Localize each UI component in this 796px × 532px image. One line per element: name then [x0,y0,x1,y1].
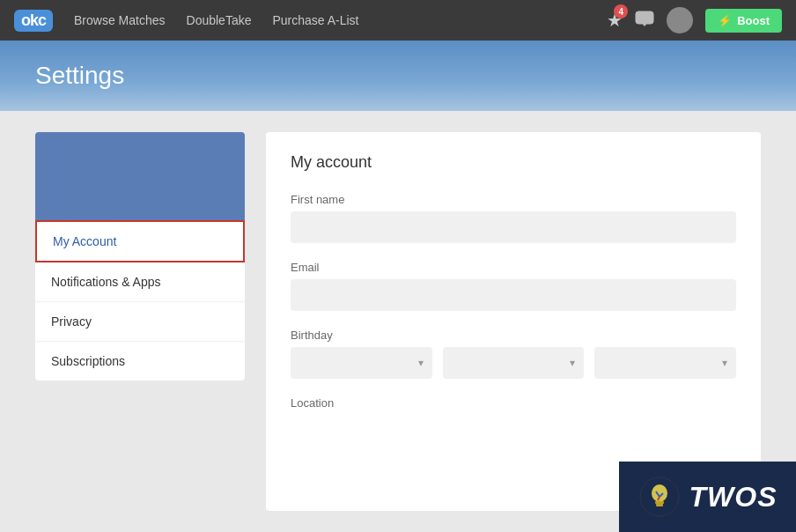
okcupid-logo[interactable]: okc [14,10,53,32]
page-title: Settings [35,62,124,90]
sidebar: My Account Notifications & Apps Privacy … [35,132,245,511]
svg-rect-5 [656,504,663,506]
location-group: Location [291,396,736,410]
nav-purchase-alist[interactable]: Purchase A-List [272,13,358,27]
twos-logo-icon [638,476,681,518]
first-name-label: First name [291,193,736,206]
navbar: okc Browse Matches DoubleTake Purchase A… [0,0,796,41]
form-area: My account First name Email Birthday [266,132,761,511]
boost-button[interactable]: ⚡ Boost [705,9,782,33]
svg-rect-0 [636,11,653,24]
first-name-input[interactable] [291,211,736,243]
birthday-group: Birthday [291,329,736,379]
settings-header: Settings [0,41,796,111]
email-group: Email [291,261,736,311]
messages-icon-btn[interactable] [635,11,654,31]
sidebar-item-notifications-apps[interactable]: Notifications & Apps [35,262,245,302]
birthday-label: Birthday [291,329,736,342]
svg-point-3 [652,484,667,502]
sidebar-item-subscriptions[interactable]: Subscriptions [35,342,245,381]
sidebar-menu: My Account Notifications & Apps Privacy … [35,220,245,381]
birthday-row [291,347,736,379]
twos-text: TWOS [689,481,778,514]
avatar-icon[interactable] [667,7,693,33]
location-label: Location [291,396,736,410]
email-input[interactable] [291,279,736,311]
birthday-day-wrapper [443,347,585,379]
birthday-year-wrapper [594,347,736,379]
nav-browse-matches[interactable]: Browse Matches [74,13,165,27]
boost-label: Boost [737,14,770,27]
form-title: My account [291,153,736,172]
navbar-right: ★ 4 ⚡ Boost [607,7,782,33]
birthday-month-select[interactable] [291,347,432,379]
sidebar-item-my-account[interactable]: My Account [35,220,245,262]
twos-overlay: TWOS [619,462,796,532]
sidebar-item-privacy[interactable]: Privacy [35,302,245,342]
likes-badge: 4 [614,4,628,18]
birthday-month-wrapper [291,347,432,379]
likes-icon-btn[interactable]: ★ 4 [607,10,623,31]
first-name-group: First name [291,193,736,243]
svg-rect-4 [655,501,664,504]
birthday-day-select[interactable] [443,347,585,379]
avatar [35,132,245,220]
birthday-year-select[interactable] [594,347,736,379]
email-label: Email [291,261,736,274]
nav-doubletake[interactable]: DoubleTake [187,13,252,27]
boost-icon: ⚡ [718,14,732,27]
